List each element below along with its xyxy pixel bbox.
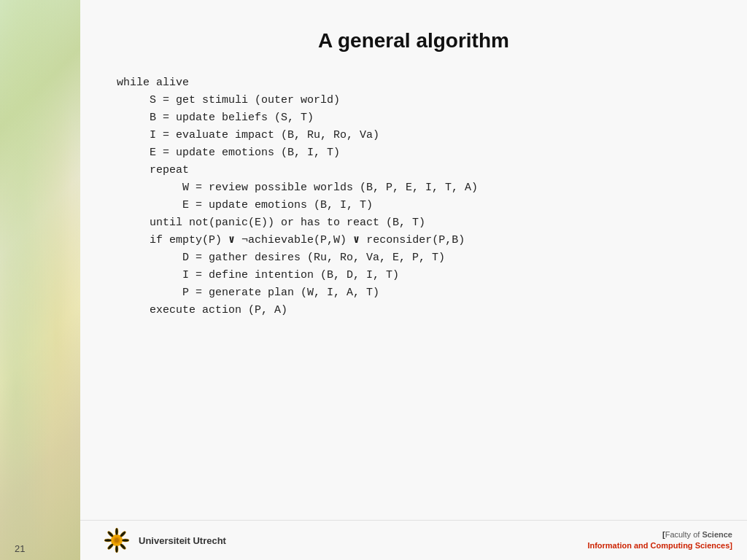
university-logo [102, 526, 131, 555]
faculty-line1: [Faculty of Science [587, 529, 732, 540]
slide: 21 A general algorithm while alive S = g… [0, 0, 747, 560]
slide-title: A general algorithm [117, 29, 711, 52]
code-line-7: W = review possible worlds (B, P, E, I, … [117, 179, 711, 197]
main-content: A general algorithm while alive S = get … [80, 0, 747, 560]
page-number: 21 [15, 543, 25, 554]
logo-area: Universiteit Utrecht [102, 526, 226, 555]
svg-point-1 [115, 528, 118, 535]
code-line-3: B = update beliefs (S, T) [117, 109, 711, 127]
code-line-11: D = gather desires (Ru, Ro, Va, E, P, T) [117, 249, 711, 267]
svg-point-8 [120, 543, 127, 551]
code-line-6: repeat [117, 162, 711, 179]
code-line-9: until not(panic(E)) or has to react (B, … [117, 214, 711, 232]
code-line-2: S = get stimuli (outer world) [117, 92, 711, 109]
code-line-4: I = evaluate impact (B, Ru, Ro, Va) [117, 127, 711, 144]
svg-point-7 [107, 543, 115, 551]
code-line-8: E = update emotions (B, I, T) [117, 197, 711, 214]
bottom-bar: Universiteit Utrecht [Faculty of Science… [80, 520, 747, 560]
svg-point-4 [122, 539, 129, 542]
code-line-5: E = update emotions (B, I, T) [117, 144, 711, 162]
university-name: Universiteit Utrecht [139, 535, 226, 546]
code-line-13: P = generate plan (W, I, A, T) [117, 284, 711, 302]
code-line-14: execute action (P, A) [117, 302, 711, 319]
svg-point-3 [104, 539, 112, 542]
code-line-10: if empty(P) ∨ ¬achievable(P,W) ∨ reconsi… [117, 232, 711, 249]
code-line-12: I = define intention (B, D, I, T) [117, 267, 711, 284]
faculty-line2: Information and Computing Sciences] [587, 540, 732, 551]
faculty-info: [Faculty of Science Information and Comp… [587, 529, 732, 552]
svg-point-6 [120, 531, 127, 538]
code-block: while alive S = get stimuli (outer world… [117, 74, 711, 516]
code-line-1: while alive [117, 74, 711, 92]
svg-point-11 [115, 538, 119, 542]
svg-point-2 [115, 545, 118, 553]
left-decorative-panel [0, 0, 80, 560]
svg-point-5 [107, 531, 115, 538]
